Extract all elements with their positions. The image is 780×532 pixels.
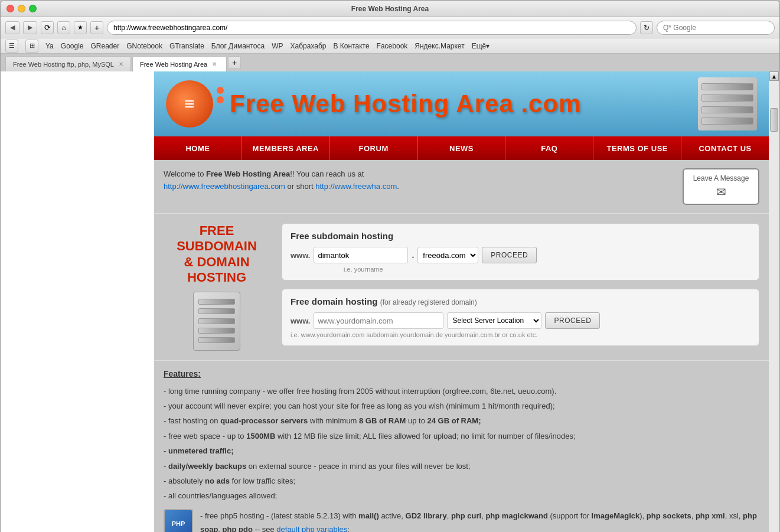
search-input[interactable] <box>657 21 775 35</box>
hosting-graphic: FREE SUBDOMAIN & DOMAIN HOSTING <box>164 223 270 351</box>
welcome-text: Welcome to Free Web Hosting Area!! You c… <box>164 168 683 193</box>
add-button[interactable]: + <box>90 21 103 34</box>
domain-select[interactable]: freeoda.com <box>417 247 478 263</box>
rack-4 <box>701 118 753 125</box>
hosting-section: FREE SUBDOMAIN & DOMAIN HOSTING <box>154 214 769 361</box>
scrollbar-up[interactable]: ▲ <box>769 71 779 81</box>
subdomain-example: i.e. yourname <box>291 266 750 273</box>
feature-3: - fast hosting on quad-processor servers… <box>164 414 759 427</box>
bookmark-yandex[interactable]: Яндекс.Маркет <box>415 42 464 50</box>
graphic-text: FREE SUBDOMAIN & DOMAIN HOSTING <box>164 223 270 286</box>
subdomain-input[interactable] <box>314 247 408 263</box>
bookmark-facebook[interactable]: Facebook <box>377 42 408 50</box>
header-server <box>686 71 769 136</box>
tabs-bar: Free Web Hosting ftp, php, MySQL ✕ Free … <box>1 54 779 71</box>
tab-1[interactable]: Free Web Hosting ftp, php, MySQL ✕ <box>5 56 131 71</box>
dot-2 <box>217 96 224 103</box>
link-short[interactable]: http://www.freewha.com <box>315 182 397 191</box>
rack-2 <box>701 94 753 102</box>
refresh-icon[interactable]: ↻ <box>640 21 653 34</box>
subdomain-proceed-button[interactable]: PROCEED <box>482 247 537 263</box>
bookmarks-bar: ☰ ⊞ Ya Google GReader GNotebook GTransla… <box>1 38 779 54</box>
domain-box: Free domain hosting (for already registe… <box>282 289 759 346</box>
dot-1 <box>217 87 224 94</box>
nav-terms[interactable]: TERMS OF USE <box>593 136 681 160</box>
tab-2[interactable]: Free Web Hosting Area ✕ <box>132 56 227 71</box>
hosting-forms: Free subdomain hosting www. . freeoda.co… <box>282 223 759 351</box>
scrollbar[interactable]: ▲ ▼ <box>769 71 779 532</box>
tab-2-close[interactable]: ✕ <box>212 61 217 67</box>
scrollbar-thumb[interactable] <box>770 108 778 132</box>
domain-proceed-button[interactable]: PROCEED <box>545 312 600 329</box>
graphic-line1: FREE SUBDOMAIN <box>177 223 257 253</box>
server-location-select[interactable]: Select Server Location <box>447 312 541 329</box>
domain-example: i.e. www.yourdomain.com subdomain.yourdo… <box>291 331 750 338</box>
nav-faq[interactable]: FAQ <box>505 136 593 160</box>
bookmark-more[interactable]: Ещё▾ <box>472 42 490 50</box>
php-variables-link[interactable]: default php variables <box>276 525 347 532</box>
link-main[interactable]: http://www.freewebhostingarea.com <box>164 182 285 191</box>
welcome-section: Welcome to Free Web Hosting Area!! You c… <box>154 160 769 214</box>
bookmark-blog[interactable]: Блог Димантоса <box>211 42 265 50</box>
header-subtitle: LIKE MEMBERS, LIKE TECH <box>260 122 410 132</box>
domain-input[interactable] <box>314 312 443 329</box>
reading-icon[interactable]: ☰ <box>5 40 18 53</box>
feature-1: - long time running company - we offer f… <box>164 384 759 398</box>
traffic-lights <box>6 5 37 12</box>
features-section: Features: - long time running company - … <box>154 361 769 532</box>
nav-forum[interactable]: FORUM <box>330 136 418 160</box>
features-heading: Features: <box>164 369 759 378</box>
sr-2 <box>198 308 235 314</box>
www-label-domain: www. <box>291 316 310 325</box>
php-icon: PHP <box>164 509 193 532</box>
bookmark-vk[interactable]: В Контакте <box>334 42 370 50</box>
tab-1-label: Free Web Hosting ftp, php, MySQL <box>13 61 114 68</box>
nav-home[interactable]: HOME <box>154 136 242 160</box>
grid-icon[interactable]: ⊞ <box>25 40 38 53</box>
tab-1-close[interactable]: ✕ <box>119 61 123 67</box>
nav-members[interactable]: MEMBERS AREA <box>242 136 330 160</box>
bookmark-ya[interactable]: Ya <box>45 42 54 50</box>
site-nav: HOME MEMBERS AREA FORUM NEWS FAQ TERMS O… <box>154 136 769 160</box>
site-title: Free Web Hosting Area .com <box>230 90 581 118</box>
forward-button[interactable]: ▶ <box>23 21 37 34</box>
logo-circle <box>166 80 213 128</box>
server-graphic <box>698 77 757 130</box>
subdomain-heading: Free subdomain hosting <box>291 231 750 241</box>
leave-message-button[interactable]: Leave A Message ✉ <box>683 168 759 205</box>
welcome-prefix: Welcome to Free Web Hosting Area!! You c… <box>164 169 364 178</box>
sr-4 <box>198 328 235 334</box>
envelope-icon: ✉ <box>716 185 726 199</box>
left-sidebar <box>1 71 154 532</box>
domain-heading-main: Free domain hosting <box>291 296 380 306</box>
bookmark-gtranslate[interactable]: GTranslate <box>169 42 204 50</box>
toolbar: ◀ ▶ ⟳ ⌂ ★ + ↻ <box>1 17 779 38</box>
home-icon[interactable]: ⌂ <box>57 21 70 34</box>
maximize-button[interactable] <box>29 5 37 12</box>
nav-contact[interactable]: CONTACT US <box>681 136 769 160</box>
sr-3 <box>198 318 235 324</box>
feature-6: - daily/weekly backups on external sourc… <box>164 459 759 473</box>
sr-5 <box>198 337 235 343</box>
php-p1: - free php5 hosting - (latest stable 5.2… <box>200 509 759 532</box>
bookmark-google[interactable]: Google <box>61 42 84 50</box>
new-tab-button[interactable]: + <box>228 56 241 69</box>
feature-5: - unmetered traffic; <box>164 444 759 458</box>
bookmark-wp[interactable]: WP <box>272 42 283 50</box>
back-button[interactable]: ◀ <box>5 21 19 34</box>
nav-news[interactable]: NEWS <box>418 136 506 160</box>
close-button[interactable] <box>6 5 14 12</box>
bookmark-gnotebook[interactable]: GNotebook <box>126 42 162 50</box>
bookmark-greader[interactable]: GReader <box>91 42 120 50</box>
feature-8: - all countries/languages allowed; <box>164 489 759 502</box>
minimize-button[interactable] <box>18 5 25 12</box>
reload-icon[interactable]: ⟳ <box>41 21 54 34</box>
php-section: PHP - free php5 hosting - (latest stable… <box>164 509 759 532</box>
subdomain-box: Free subdomain hosting www. . freeoda.co… <box>282 223 759 280</box>
bookmark-habr[interactable]: Хабрахабр <box>291 42 327 50</box>
window-title: Free Web Hosting Area <box>351 5 429 13</box>
url-bar[interactable] <box>107 21 637 35</box>
bookmark-icon[interactable]: ★ <box>74 21 87 34</box>
domain-heading: Free domain hosting (for already registe… <box>291 296 750 306</box>
sr-1 <box>198 299 235 305</box>
